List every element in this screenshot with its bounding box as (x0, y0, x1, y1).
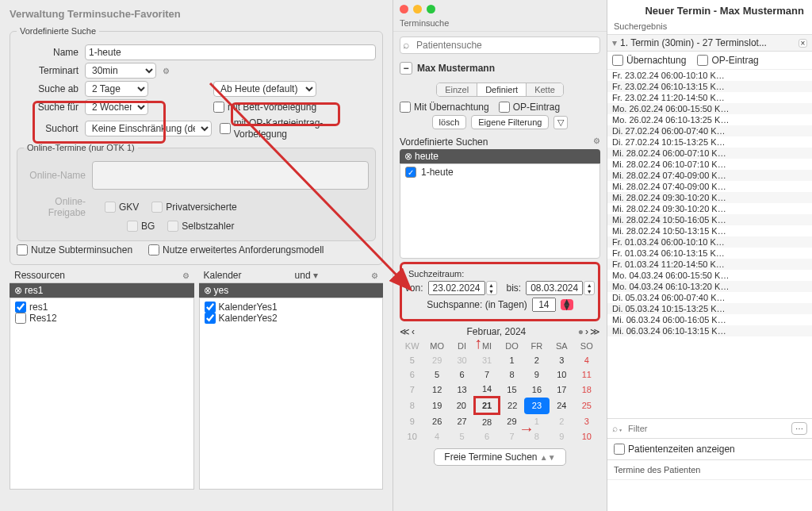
result-row[interactable]: Mi. 28.02.24 06:00-07:10 K… (607, 148, 812, 159)
mit-ueber-checkbox[interactable]: Mit Übernachtung (400, 102, 489, 113)
gear-icon[interactable]: ⚙ (182, 271, 190, 280)
privat-checkbox[interactable]: Privatversicherte (151, 202, 236, 213)
check-icon: ✓ (405, 167, 416, 178)
res-dark-bar: ⊗res1 (10, 283, 194, 298)
cal-next-year-icon[interactable]: ≫ (590, 326, 600, 337)
result-row[interactable]: Fr. 01.03.24 06:00-10:10 K… (607, 236, 812, 248)
result-row[interactable]: Mi. 06.03.24 06:10-13:15 K… (607, 325, 812, 336)
result-row[interactable]: Mi. 28.02.24 06:10-07:10 K… (607, 159, 812, 170)
gkv-checkbox[interactable]: GKV (105, 202, 139, 213)
loesch-button[interactable]: lösch (432, 115, 467, 129)
result-row[interactable]: Fr. 23.02.24 11:20-14:50 K… (607, 92, 812, 103)
seg-einzel[interactable]: Einzel (437, 83, 477, 96)
ueber-checkbox[interactable]: Übernachtung (612, 55, 686, 66)
calendar-table[interactable]: KWMODIMIDOFRSASO 52930311234656789101171… (400, 339, 600, 444)
terminart-select[interactable]: 30min (85, 63, 156, 79)
suchort-select[interactable]: Keine Einschränkung (default) (85, 121, 212, 136)
patzeiten-checkbox[interactable]: Patientenzeiten anzeigen (614, 444, 806, 455)
result-row[interactable]: Di. 05.03.24 10:15-13:25 K… (607, 303, 812, 314)
close-icon[interactable]: × (799, 39, 807, 48)
minimize-window[interactable] (413, 5, 422, 13)
online-freigabe-label: Online-Freigabe (24, 196, 86, 218)
filter-icon[interactable]: ▽ (553, 116, 568, 129)
online-legend: Online-Termine (nur OTK 1) (24, 143, 138, 152)
selbst-checkbox[interactable]: Selbstzahler (167, 221, 234, 232)
spanne-stepper[interactable]: ▲▼ (561, 299, 573, 310)
result-row[interactable]: Di. 27.02.24 06:00-07:40 K… (607, 125, 812, 136)
kal-item[interactable]: KalenderYes1 (205, 302, 378, 313)
abheute-select[interactable]: Ab Heute (default) (213, 81, 316, 97)
cal-prev-month-icon[interactable]: ‹ (412, 326, 415, 337)
remove-patient-button[interactable]: − (400, 62, 412, 75)
kal-item[interactable]: KalenderYes2 (205, 313, 378, 324)
res-header: Ressourcen⚙ (10, 268, 194, 283)
op-checkbox[interactable]: mit OP-Karteieintrag-Vorbelegung (220, 117, 376, 140)
suchen-button[interactable]: Freie Termine Suchen ▲▼ (434, 448, 565, 466)
ope-checkbox[interactable]: OP-Eintrag (697, 55, 758, 66)
suchefuer-select[interactable]: 2 Wochen (85, 99, 148, 115)
vordef-dark: ⊗heute (400, 149, 600, 163)
eigfilter-button[interactable]: Eigene Filterung (471, 115, 549, 129)
window-controls (393, 0, 607, 18)
result-list[interactable]: Fr. 23.02.24 06:00-10:10 K…Fr. 23.02.24 … (607, 70, 812, 418)
result-row[interactable]: Di. 05.03.24 06:00-07:40 K… (607, 292, 812, 303)
bett-checkbox[interactable]: mit Bett-Vorbelegung (213, 102, 316, 113)
result-row[interactable]: Mo. 26.02.24 06:00-15:50 K… (607, 103, 812, 114)
gear-icon[interactable]: ⚙ (371, 271, 378, 280)
options-button[interactable]: ⋯ (791, 422, 807, 435)
result-header[interactable]: ▾ 1. Termin (30min) - 27 Terminslot... × (607, 35, 812, 52)
bg-checkbox[interactable]: BG (127, 221, 155, 232)
result-row[interactable]: Fr. 23.02.24 06:00-10:10 K… (607, 70, 812, 81)
filter-input[interactable] (626, 422, 788, 435)
bis-input[interactable] (526, 281, 583, 295)
mid-title: Terminsuche (393, 18, 607, 32)
res-item[interactable]: Res12 (15, 313, 189, 324)
up-arrow-annotation: ↑ (474, 334, 482, 352)
result-row[interactable]: Mi. 28.02.24 09:30-10:20 K… (607, 203, 812, 214)
spanne-input[interactable] (532, 298, 556, 312)
result-row[interactable]: Mi. 28.02.24 10:50-16:05 K… (607, 214, 812, 225)
online-group: Online-Termine (nur OTK 1) Online-Name O… (17, 143, 376, 241)
subtermin-checkbox[interactable]: Nutze Subterminsuchen (17, 244, 132, 256)
group-legend: Vordefinierte Suche (17, 26, 99, 36)
close-window[interactable] (400, 5, 408, 13)
patient-search-input[interactable] (400, 36, 600, 54)
name-input[interactable] (85, 44, 376, 60)
result-row[interactable]: Mi. 28.02.24 09:30-10:20 K… (607, 192, 812, 203)
terminsuche-pane: Terminsuche − Max Mustermann Einzel Defi… (393, 0, 607, 511)
result-row[interactable]: Di. 27.02.24 10:15-13:25 K… (607, 136, 812, 148)
online-name-input[interactable] (92, 161, 369, 190)
gear-icon[interactable]: ⚙ (163, 67, 170, 75)
close-icon[interactable]: ⊗ (404, 151, 412, 162)
mode-segment[interactable]: Einzel Definiert Kette (436, 83, 564, 97)
result-row[interactable]: Mi. 28.02.24 07:40-09:00 K… (607, 170, 812, 181)
result-row[interactable]: Mo. 04.03.24 06:00-15:50 K… (607, 270, 812, 281)
kal-list: KalenderYes1 KalenderYes2 (200, 298, 383, 489)
suchort-label: Suchort (17, 123, 79, 134)
erwmodell-checkbox[interactable]: Nutze erweitertes Anforderungsmodell (148, 244, 324, 256)
chevron-down-icon[interactable]: ▾ (612, 37, 617, 48)
result-row[interactable]: Mi. 06.03.24 06:00-16:05 K… (607, 314, 812, 325)
von-input[interactable] (428, 281, 485, 295)
seg-kette[interactable]: Kette (527, 83, 563, 96)
result-row[interactable]: Fr. 01.03.24 11:20-14:50 K… (607, 259, 812, 270)
res-item[interactable]: res1 (15, 302, 189, 313)
seg-definiert[interactable]: Definiert (477, 83, 527, 96)
right-arrow-annotation: → (519, 420, 534, 438)
gear-icon[interactable]: ⚙ (593, 136, 600, 148)
vordef-item[interactable]: ✓ 1-heute (400, 164, 599, 180)
close-icon[interactable]: ⊗ (14, 285, 22, 296)
result-row[interactable]: Fr. 23.02.24 06:10-13:15 K… (607, 81, 812, 92)
result-row[interactable]: Mo. 26.02.24 06:10-13:25 K… (607, 114, 812, 125)
op-eintrag-checkbox[interactable]: OP-Eintrag (499, 102, 560, 113)
sucheab-select[interactable]: 2 Tage (85, 81, 148, 97)
result-row[interactable]: Mo. 04.03.24 06:10-13:20 K… (607, 281, 812, 292)
result-row[interactable]: Fr. 01.03.24 06:10-13:15 K… (607, 248, 812, 259)
cal-next-month-icon[interactable]: › (585, 326, 588, 337)
von-label: von: (405, 282, 423, 294)
result-row[interactable]: Mi. 28.02.24 10:50-13:15 K… (607, 225, 812, 236)
cal-prev-year-icon[interactable]: ≪ (400, 326, 410, 337)
maximize-window[interactable] (427, 5, 435, 13)
close-icon[interactable]: ⊗ (204, 285, 212, 296)
result-row[interactable]: Mi. 28.02.24 07:40-09:00 K… (607, 181, 812, 192)
